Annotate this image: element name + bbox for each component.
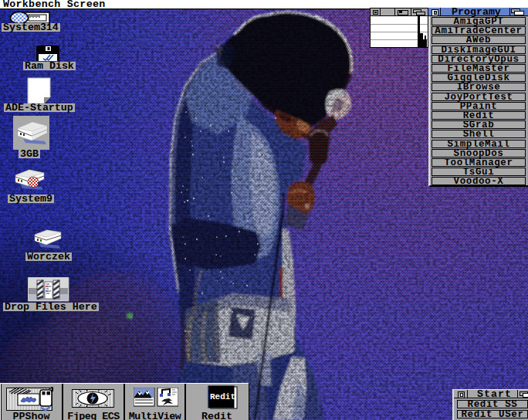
- svg-text:Redit: Redit: [210, 392, 235, 401]
